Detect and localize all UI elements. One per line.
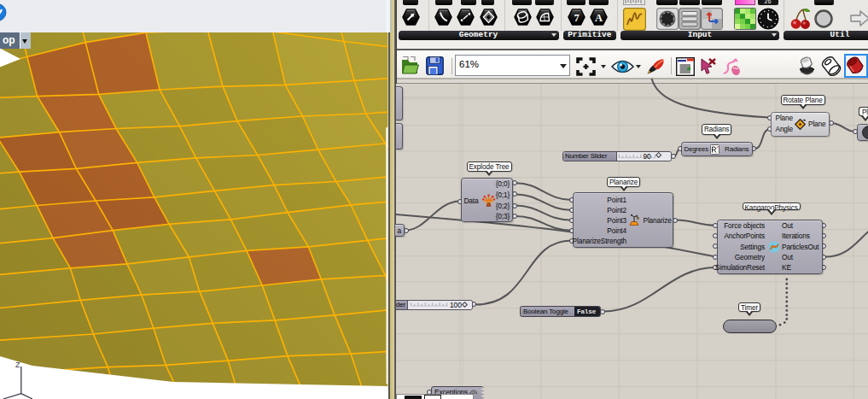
- svg-text:Z: Z: [15, 361, 20, 369]
